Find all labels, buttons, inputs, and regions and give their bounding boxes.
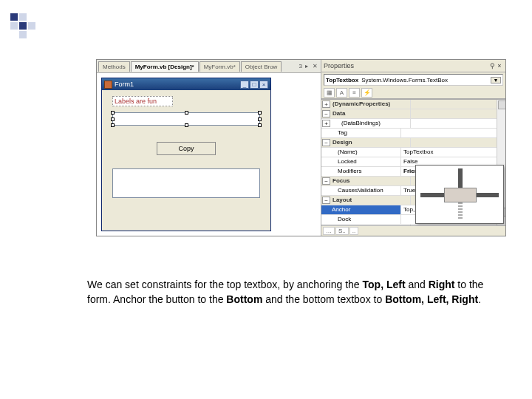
panel-bottom-tabs: … S.. .. — [321, 225, 505, 236]
caption-text: We can set constraints for the top textb… — [87, 278, 486, 307]
properties-title: Properties — [324, 62, 354, 69]
anchor-center — [444, 188, 477, 202]
minimize-icon[interactable]: _ — [240, 81, 249, 89]
tab-myform-vb[interactable]: MyForm.vb* — [200, 61, 240, 72]
tab-count: 3 — [299, 63, 302, 69]
panel-close-icon[interactable]: × — [496, 62, 503, 69]
bottom-textbox[interactable] — [112, 168, 260, 198]
bottom-tab[interactable]: S.. — [335, 227, 349, 235]
anchor-editor-popup[interactable] — [415, 165, 504, 224]
anchor-right-arm[interactable] — [475, 193, 499, 197]
anchor-bottom-arm[interactable] — [458, 201, 463, 219]
close-icon[interactable]: × — [259, 81, 268, 89]
form-body[interactable]: Labels are fun Copy — [102, 90, 270, 231]
properties-toolbar: ▦ A ≡ ⚡ — [321, 87, 505, 99]
maximize-icon[interactable]: □ — [250, 81, 259, 89]
form1-window[interactable]: Form1 _ □ × Labels are fun Copy — [101, 78, 271, 231]
tab-object-browser[interactable]: Object Brow — [241, 61, 282, 72]
tab-methods[interactable]: Methods — [98, 61, 130, 72]
collapse-icon[interactable]: − — [322, 110, 330, 117]
collapse-icon[interactable]: − — [322, 197, 330, 204]
expand-icon[interactable]: + — [322, 100, 330, 108]
slide-decoration — [10, 13, 44, 38]
collapse-icon[interactable]: − — [322, 139, 330, 146]
object-dropdown-icon[interactable]: ▼ — [491, 77, 501, 83]
categorized-icon[interactable]: ▦ — [324, 88, 335, 98]
pin-icon[interactable]: ⚲ — [488, 62, 496, 69]
alpha-icon[interactable]: A — [336, 88, 347, 98]
form-icon — [104, 81, 112, 89]
events-icon[interactable]: ⚡ — [361, 88, 372, 98]
designer-pane: Methods MyForm.vb [Design]* MyForm.vb* O… — [97, 60, 321, 236]
design-surface[interactable]: Form1 _ □ × Labels are fun Copy — [97, 73, 321, 236]
bottom-tab[interactable]: .. — [349, 227, 358, 235]
object-selector[interactable]: TopTextbox System.Windows.Forms.TextBox … — [324, 74, 503, 86]
tabs-dropdown-icon[interactable]: ▸ — [304, 63, 310, 69]
expand-icon[interactable]: + — [322, 120, 330, 127]
properties-pane: Properties ⚲ × TopTextbox System.Windows… — [321, 60, 505, 236]
label1[interactable]: Labels are fun — [112, 96, 173, 106]
copy-button[interactable]: Copy — [157, 142, 216, 155]
form-title: Form1 — [115, 81, 238, 88]
selected-object-type: System.Windows.Forms.TextBox — [361, 77, 448, 83]
anchor-top-arm[interactable] — [458, 168, 463, 188]
document-tabs: Methods MyForm.vb [Design]* MyForm.vb* O… — [97, 60, 321, 73]
bottom-tab[interactable]: … — [323, 227, 335, 235]
anchor-left-arm[interactable] — [420, 193, 444, 197]
tab-close-icon[interactable]: ✕ — [311, 63, 319, 69]
collapse-icon[interactable]: − — [322, 177, 330, 185]
ide-screenshot: Methods MyForm.vb [Design]* MyForm.vb* O… — [96, 59, 506, 236]
property-grid[interactable]: +(DynamicProperties) −Data +(DataBinding… — [321, 99, 505, 225]
top-textbox[interactable] — [112, 112, 260, 126]
selected-object-name: TopTextbox — [326, 77, 358, 83]
properties-icon[interactable]: ≡ — [349, 88, 360, 98]
properties-header: Properties ⚲ × — [321, 60, 505, 72]
tab-myform-design[interactable]: MyForm.vb [Design]* — [131, 61, 199, 72]
form-titlebar: Form1 _ □ × — [102, 78, 270, 90]
